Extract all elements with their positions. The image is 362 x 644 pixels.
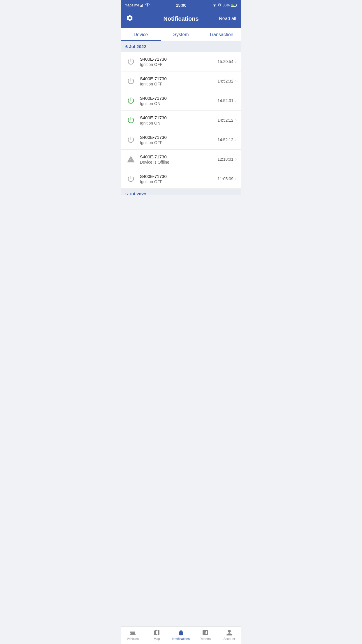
notification-item[interactable]: S400E-71730 Ignition ON 14:52:31 › bbox=[121, 91, 241, 111]
chevron-right-icon: › bbox=[235, 59, 237, 64]
power-icon-svg bbox=[127, 57, 135, 66]
signal-icon bbox=[140, 3, 144, 7]
svg-rect-0 bbox=[140, 6, 141, 7]
notification-item[interactable]: S400E-71730 Ignition ON 14:52:12 › bbox=[121, 111, 241, 130]
svg-rect-1 bbox=[141, 5, 142, 7]
status-time: 15:00 bbox=[176, 3, 187, 8]
power-off-icon bbox=[125, 76, 136, 87]
notification-item[interactable]: S400E-71730 Ignition OFF 15:20:54 › bbox=[121, 52, 241, 71]
power-icon-svg bbox=[127, 136, 135, 144]
alarm-icon bbox=[217, 3, 222, 7]
svg-rect-2 bbox=[143, 4, 143, 7]
notif-status: Ignition ON bbox=[140, 101, 217, 106]
notif-content: S400E-71730 Ignition ON bbox=[140, 96, 217, 106]
header-left bbox=[126, 14, 143, 23]
svg-rect-5 bbox=[236, 5, 237, 6]
notif-status: Ignition OFF bbox=[140, 179, 217, 184]
warning-icon bbox=[125, 154, 136, 165]
notif-content: S400E-71730 Ignition ON bbox=[140, 115, 217, 125]
notif-content: S400E-71730 Ignition OFF bbox=[140, 76, 217, 86]
power-on-icon-svg bbox=[127, 97, 135, 105]
header-right: Read all bbox=[219, 16, 236, 21]
power-on-icon bbox=[125, 115, 136, 126]
chevron-right-icon: › bbox=[235, 98, 237, 103]
power-icon-svg bbox=[127, 175, 135, 183]
notif-device: S400E-71730 bbox=[140, 57, 217, 62]
battery-icon: ⚡ bbox=[231, 4, 237, 7]
tabs-container: Device System Transaction bbox=[121, 28, 241, 41]
notif-device: S400E-71730 bbox=[140, 174, 217, 179]
power-on-icon bbox=[125, 95, 136, 106]
read-all-button[interactable]: Read all bbox=[219, 16, 236, 21]
notif-device: S400E-71730 bbox=[140, 76, 217, 81]
chevron-right-icon: › bbox=[235, 157, 237, 162]
power-off-icon bbox=[125, 173, 136, 184]
notif-time: 14:52:32 bbox=[217, 79, 233, 83]
section-1-list: S400E-71730 Ignition OFF 15:20:54 › S400… bbox=[121, 52, 241, 189]
app-name: maps.me bbox=[125, 3, 139, 7]
page-title: Notifications bbox=[143, 15, 219, 22]
power-off-icon bbox=[125, 134, 136, 145]
chevron-right-icon: › bbox=[235, 176, 237, 181]
notif-time: 12:18:01 bbox=[217, 157, 233, 162]
settings-button[interactable] bbox=[126, 14, 133, 23]
chevron-right-icon: › bbox=[235, 118, 237, 123]
notification-item[interactable]: S400E-71730 Ignition OFF 14:52:12 › bbox=[121, 130, 241, 150]
warning-icon-svg bbox=[127, 155, 135, 163]
notif-status: Ignition OFF bbox=[140, 62, 217, 67]
tab-device[interactable]: Device bbox=[121, 28, 161, 41]
notif-device: S400E-71730 bbox=[140, 96, 217, 101]
notification-item[interactable]: S400E-71730 Ignition OFF 14:52:32 › bbox=[121, 71, 241, 91]
notif-status: Ignition OFF bbox=[140, 82, 217, 86]
notif-status: Ignition ON bbox=[140, 121, 217, 125]
notification-scroll-area[interactable]: 6 Jul 2022 S400E-71730 Ignition OFF 15:2… bbox=[121, 41, 241, 195]
tab-transaction[interactable]: Transaction bbox=[201, 28, 241, 41]
notif-time: 14:52:31 bbox=[217, 98, 233, 103]
notif-device: S400E-71730 bbox=[140, 115, 217, 120]
chevron-right-icon: › bbox=[235, 137, 237, 142]
notif-device: S400E-71730 bbox=[140, 154, 217, 159]
date-header-2: 5 Jul 2022 bbox=[121, 189, 241, 195]
notification-item[interactable]: S400E-71730 Ignition OFF 11:05:09 › bbox=[121, 169, 241, 189]
notif-status: Ignition OFF bbox=[140, 140, 217, 145]
header: Notifications Read all bbox=[121, 10, 241, 28]
notif-content: S400E-71730 Ignition OFF bbox=[140, 135, 217, 145]
notification-item[interactable]: S400E-71730 Device is Offline 12:18:01 › bbox=[121, 150, 241, 169]
power-off-icon bbox=[125, 56, 136, 67]
power-on-icon-svg bbox=[127, 116, 135, 124]
notif-device: S400E-71730 bbox=[140, 135, 217, 140]
chevron-right-icon: › bbox=[235, 78, 237, 84]
status-left: maps.me bbox=[125, 3, 150, 7]
date-header-1: 6 Jul 2022 bbox=[121, 41, 241, 52]
tab-system[interactable]: System bbox=[161, 28, 201, 41]
gear-icon bbox=[126, 14, 133, 22]
location-icon bbox=[213, 4, 216, 7]
notif-time: 14:52:12 bbox=[217, 118, 233, 123]
power-icon-svg bbox=[127, 77, 135, 85]
svg-text:⚡: ⚡ bbox=[232, 4, 234, 7]
notif-status: Device is Offline bbox=[140, 160, 217, 164]
status-right: 35% ⚡ bbox=[213, 3, 237, 7]
notif-time: 15:20:54 bbox=[217, 59, 233, 64]
notif-time: 11:05:09 bbox=[217, 176, 233, 181]
notif-content: S400E-71730 Device is Offline bbox=[140, 154, 217, 164]
status-bar: maps.me 15:00 35% ⚡ bbox=[121, 0, 241, 10]
notif-content: S400E-71730 Ignition OFF bbox=[140, 57, 217, 67]
notif-time: 14:52:12 bbox=[217, 137, 233, 142]
battery-percent: 35% bbox=[223, 3, 230, 7]
wifi-icon bbox=[145, 3, 150, 7]
notif-content: S400E-71730 Ignition OFF bbox=[140, 174, 217, 184]
